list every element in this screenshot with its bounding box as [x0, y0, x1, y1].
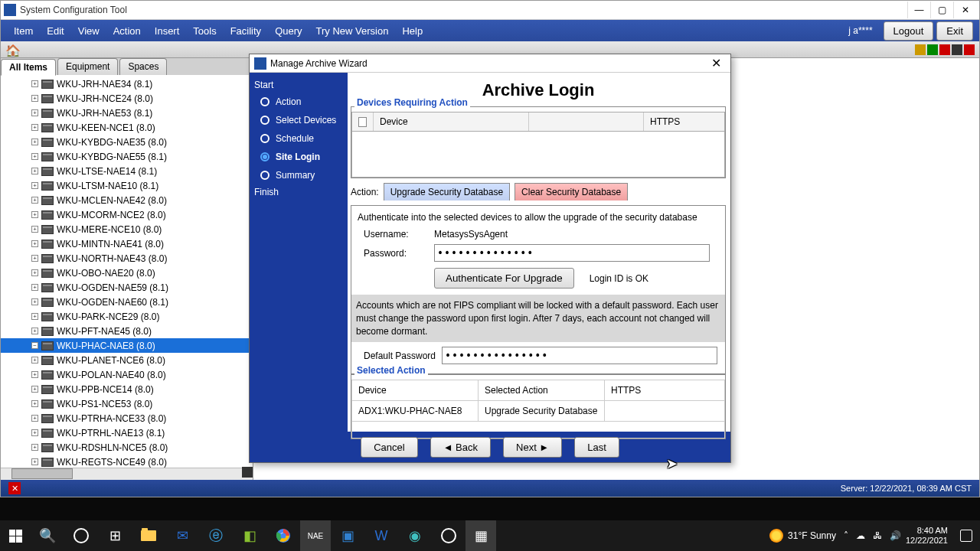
- expand-icon[interactable]: +: [31, 269, 38, 276]
- tree-item[interactable]: +WKU-OGDEN-NAE60 (8.1): [1, 295, 253, 309]
- file-explorer-icon[interactable]: [132, 520, 165, 551]
- menu-view[interactable]: View: [71, 25, 106, 37]
- tree-item[interactable]: +WKU-NORTH-NAE43 (8.0): [1, 251, 253, 266]
- expand-icon[interactable]: +: [31, 240, 38, 247]
- expand-icon[interactable]: +: [31, 139, 38, 145]
- last-button[interactable]: Last: [574, 437, 619, 458]
- tree-item[interactable]: +WKU-LTSE-NAE14 (8.1): [1, 164, 253, 178]
- sct-icon[interactable]: ▦: [466, 520, 496, 551]
- toolbar-icon-1[interactable]: [915, 44, 926, 55]
- word-icon[interactable]: W: [364, 520, 398, 551]
- toolbar-icon-5[interactable]: [964, 44, 975, 55]
- cortana-icon[interactable]: [64, 520, 98, 551]
- expand-icon[interactable]: +: [31, 95, 38, 102]
- tree-item[interactable]: +WKU-JRH-NCE24 (8.0): [1, 91, 253, 106]
- tree-item[interactable]: +WKU-PTRHA-NCE33 (8.0): [1, 411, 253, 425]
- expand-icon[interactable]: +: [31, 357, 38, 364]
- maximize-button[interactable]: ▢: [930, 2, 953, 18]
- expand-icon[interactable]: +: [31, 182, 38, 189]
- tree-item[interactable]: +WKU-PFT-NAE45 (8.0): [1, 324, 253, 338]
- expand-icon[interactable]: +: [31, 400, 38, 407]
- outlook-icon[interactable]: ✉: [165, 520, 199, 551]
- wizard-step[interactable]: Action: [254, 93, 348, 111]
- logout-button[interactable]: Logout: [884, 21, 934, 41]
- back-button[interactable]: ◄ Back: [430, 437, 491, 458]
- expand-icon[interactable]: +: [31, 284, 38, 291]
- expand-icon[interactable]: +: [31, 109, 38, 116]
- menu-action[interactable]: Action: [106, 25, 148, 37]
- tree-item[interactable]: −WKU-PHAC-NAE8 (8.0): [1, 338, 253, 353]
- tray-volume-icon[interactable]: 🔊: [890, 530, 901, 541]
- password-input[interactable]: [434, 244, 710, 262]
- authenticate-button[interactable]: Authenticate For Upgrade: [434, 268, 574, 289]
- expand-icon[interactable]: +: [31, 153, 38, 160]
- taskbar-clock[interactable]: 8:40 AM 12/22/2021: [906, 526, 948, 546]
- edge-icon[interactable]: ◉: [398, 520, 432, 551]
- action-tab-upgrade[interactable]: Upgrade Security Database: [384, 183, 510, 201]
- notification-button[interactable]: [952, 520, 980, 551]
- action-tab-clear[interactable]: Clear Security Database: [514, 183, 628, 201]
- tree-item[interactable]: +WKU-MCORM-NCE2 (8.0): [1, 207, 253, 222]
- app-icon-3[interactable]: [432, 520, 466, 551]
- expand-icon[interactable]: +: [31, 226, 38, 233]
- expand-icon[interactable]: +: [31, 298, 38, 305]
- tree-item[interactable]: +WKU-KEEN-NCE1 (8.0): [1, 120, 253, 135]
- tree-item[interactable]: +WKU-LTSM-NAE10 (8.1): [1, 178, 253, 193]
- tree-item[interactable]: +WKU-KYBDG-NAE55 (8.1): [1, 149, 253, 164]
- tree-item[interactable]: +WKU-PPB-NCE14 (8.0): [1, 382, 253, 396]
- expand-icon[interactable]: +: [31, 313, 38, 320]
- expand-icon[interactable]: +: [31, 211, 38, 218]
- nae-icon[interactable]: NAE: [300, 520, 331, 551]
- tree-item[interactable]: +WKU-MERE-NCE10 (8.0): [1, 222, 253, 236]
- close-button[interactable]: ✕: [953, 2, 976, 18]
- exit-button[interactable]: Exit: [936, 21, 973, 41]
- toolbar-icon-3[interactable]: [939, 44, 950, 55]
- tree-item[interactable]: +WKU-KYBDG-NAE35 (8.0): [1, 135, 253, 149]
- tree-item[interactable]: +WKU-PLANET-NCE6 (8.0): [1, 353, 253, 367]
- menu-tools[interactable]: Tools: [186, 25, 223, 37]
- table-row[interactable]: ADX1:WKU-PHAC-NAE8 Upgrade Security Data…: [352, 401, 725, 422]
- cancel-button[interactable]: Cancel: [361, 437, 417, 458]
- tree-item[interactable]: +WKU-PTRHL-NAE13 (8.1): [1, 425, 253, 440]
- menu-query[interactable]: Query: [268, 25, 309, 37]
- tree-item[interactable]: +WKU-MCLEN-NAE42 (8.0): [1, 193, 253, 207]
- scrollbar-thumb[interactable]: [11, 468, 73, 479]
- search-icon[interactable]: 🔍: [31, 520, 64, 551]
- wizard-step[interactable]: Site Login: [254, 148, 348, 166]
- expand-icon[interactable]: −: [31, 342, 38, 349]
- wizard-step[interactable]: Select Devices: [254, 111, 348, 129]
- home-icon[interactable]: 🏠: [5, 44, 18, 56]
- expand-icon[interactable]: +: [31, 386, 38, 393]
- menu-insert[interactable]: Insert: [148, 25, 187, 37]
- tree-item[interactable]: +WKU-POLAN-NAE40 (8.0): [1, 367, 253, 382]
- tree-item[interactable]: +WKU-REGTS-NCE49 (8.0): [1, 455, 253, 468]
- tree-item[interactable]: +WKU-MINTN-NAE41 (8.0): [1, 236, 253, 251]
- tree-item[interactable]: +WKU-OGDEN-NAE59 (8.1): [1, 280, 253, 295]
- horizontal-scrollbar[interactable]: [1, 468, 253, 480]
- menu-facility[interactable]: Facility: [224, 25, 268, 37]
- select-all-checkbox[interactable]: [358, 117, 367, 127]
- next-button[interactable]: Next ►: [503, 437, 562, 458]
- tray-up-icon[interactable]: ˄: [844, 530, 848, 541]
- tree-item[interactable]: +WKU-PS1-NCE53 (8.0): [1, 396, 253, 411]
- app-icon-1[interactable]: ◧: [233, 520, 266, 551]
- expand-icon[interactable]: +: [31, 444, 38, 451]
- expand-icon[interactable]: +: [31, 328, 38, 334]
- task-view-icon[interactable]: ⊞: [98, 520, 132, 551]
- menu-item[interactable]: Item: [7, 25, 40, 37]
- alert-icon[interactable]: ✕: [8, 482, 21, 494]
- tree-list[interactable]: +WKU-JRH-NAE34 (8.1)+WKU-JRH-NCE24 (8.0)…: [1, 75, 253, 468]
- minimize-button[interactable]: —: [907, 2, 930, 18]
- tray-cloud-icon[interactable]: ☁: [856, 530, 865, 541]
- menu-help[interactable]: Help: [395, 25, 430, 37]
- tab-all-items[interactable]: All Items: [1, 59, 56, 76]
- expand-icon[interactable]: +: [31, 415, 38, 422]
- system-tray[interactable]: ˄ ☁ 🖧 🔊: [844, 530, 901, 541]
- expand-icon[interactable]: +: [31, 255, 38, 262]
- toolbar-icon-4[interactable]: [952, 44, 962, 55]
- chrome-icon[interactable]: [266, 520, 300, 551]
- tree-item[interactable]: +WKU-OBO-NAE20 (8.0): [1, 266, 253, 280]
- expand-icon[interactable]: +: [31, 458, 38, 465]
- tree-item[interactable]: +WKU-RDSHLN-NCE5 (8.0): [1, 440, 253, 455]
- wizard-step[interactable]: Summary: [254, 166, 348, 184]
